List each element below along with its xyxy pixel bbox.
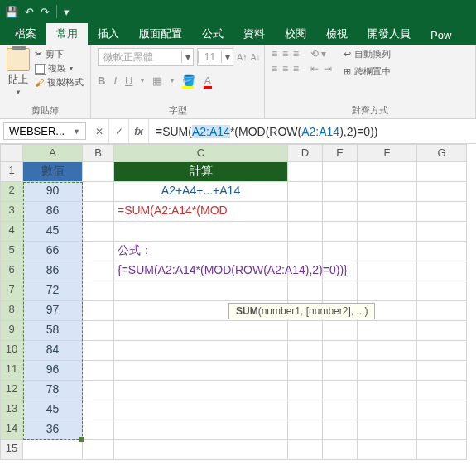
tab-view[interactable]: 檢視 xyxy=(316,23,358,45)
increase-indent-icon[interactable]: ⇥ xyxy=(324,63,332,74)
tab-data[interactable]: 資料 xyxy=(233,23,275,45)
cell[interactable] xyxy=(358,222,417,242)
cell[interactable] xyxy=(288,381,323,400)
cell[interactable]: A2+A4+...+A14 xyxy=(114,182,288,202)
select-all-corner[interactable] xyxy=(0,144,23,162)
formula-input[interactable]: =SUM(A2:A14*(MOD(ROW(A2:A14),2)=0)) xyxy=(149,125,476,138)
cell[interactable] xyxy=(358,162,417,182)
row-header[interactable]: 13 xyxy=(0,400,23,420)
cell[interactable] xyxy=(288,182,323,202)
row-header[interactable]: 15 xyxy=(0,440,23,460)
editing-cell[interactable]: =SUM(A2:A14*(MOD xyxy=(114,202,288,222)
cell[interactable] xyxy=(83,321,114,341)
cell[interactable] xyxy=(83,162,114,182)
row-header[interactable]: 5 xyxy=(0,242,23,261)
cell[interactable] xyxy=(323,420,358,440)
cell[interactable]: 97 xyxy=(23,301,83,321)
cell[interactable] xyxy=(417,341,467,361)
cell[interactable] xyxy=(83,400,114,420)
border-icon[interactable]: ▦ xyxy=(152,74,162,87)
cell[interactable] xyxy=(417,420,467,440)
cell[interactable] xyxy=(358,400,417,420)
cell[interactable] xyxy=(288,202,323,222)
cell[interactable] xyxy=(323,281,358,301)
cell[interactable] xyxy=(83,420,114,440)
column-header-C[interactable]: C xyxy=(114,144,288,162)
tab-layout[interactable]: 版面配置 xyxy=(129,23,192,45)
cell[interactable] xyxy=(114,321,288,341)
copy-button[interactable]: 複製▾ xyxy=(35,62,84,74)
row-header[interactable]: 11 xyxy=(0,361,23,381)
align-center-icon[interactable]: ≡ xyxy=(282,63,288,74)
orientation-icon[interactable]: ⟲ ▾ xyxy=(310,48,332,60)
cell[interactable] xyxy=(114,281,288,301)
cell[interactable] xyxy=(83,182,114,202)
cell[interactable] xyxy=(323,381,358,400)
cell[interactable] xyxy=(358,261,417,281)
italic-button[interactable]: I xyxy=(113,74,117,87)
cell[interactable] xyxy=(114,381,288,400)
cell[interactable] xyxy=(323,162,358,182)
align-right-icon[interactable]: ≡ xyxy=(293,63,299,74)
row-header[interactable]: 8 xyxy=(0,301,23,321)
row-header[interactable]: 2 xyxy=(0,182,23,202)
cell[interactable] xyxy=(83,202,114,222)
cell[interactable] xyxy=(288,420,323,440)
cell[interactable] xyxy=(417,242,467,261)
qat-customize-icon[interactable]: ▾ xyxy=(64,6,70,18)
cell[interactable]: 90 xyxy=(23,182,83,202)
enter-formula-button[interactable]: ✓ xyxy=(109,119,129,143)
cell[interactable]: 66 xyxy=(23,242,83,261)
cell[interactable] xyxy=(417,182,467,202)
cell[interactable]: 84 xyxy=(23,341,83,361)
column-header-G[interactable]: G xyxy=(417,144,467,162)
row-header[interactable]: 12 xyxy=(0,381,23,400)
cell[interactable]: 96 xyxy=(23,361,83,381)
cell[interactable] xyxy=(83,281,114,301)
merge-center-button[interactable]: ⊞跨欄置中 xyxy=(344,65,391,78)
cell[interactable]: 45 xyxy=(23,222,83,242)
cell[interactable] xyxy=(83,440,114,460)
cell[interactable] xyxy=(114,440,288,460)
redo-icon[interactable]: ↷ xyxy=(41,6,50,18)
cell[interactable]: 78 xyxy=(23,381,83,400)
cell[interactable] xyxy=(83,361,114,381)
cell[interactable] xyxy=(114,400,288,420)
row-header[interactable]: 4 xyxy=(0,222,23,242)
font-color-icon[interactable]: A xyxy=(204,74,211,87)
cell[interactable] xyxy=(323,341,358,361)
cell[interactable] xyxy=(83,301,114,321)
fill-color-icon[interactable]: 🪣 xyxy=(182,74,195,87)
cell[interactable] xyxy=(288,281,323,301)
cell[interactable] xyxy=(323,202,358,222)
tab-review[interactable]: 校閱 xyxy=(275,23,316,45)
cell[interactable]: 計算 xyxy=(114,162,288,182)
undo-icon[interactable]: ↶ xyxy=(25,6,34,18)
cell[interactable] xyxy=(288,162,323,182)
cell[interactable] xyxy=(358,341,417,361)
cell[interactable] xyxy=(358,420,417,440)
tab-insert[interactable]: 插入 xyxy=(88,23,129,45)
column-header-E[interactable]: E xyxy=(323,144,358,162)
cell[interactable] xyxy=(417,162,467,182)
cell[interactable] xyxy=(288,242,323,261)
cell[interactable] xyxy=(323,182,358,202)
cell[interactable] xyxy=(417,381,467,400)
align-bottom-icon[interactable]: ≡ xyxy=(293,48,299,60)
cell[interactable] xyxy=(358,440,417,460)
cell[interactable] xyxy=(323,440,358,460)
cell[interactable] xyxy=(114,420,288,440)
cell[interactable] xyxy=(114,361,288,381)
name-box[interactable]: WEBSER... ▼ xyxy=(3,122,86,140)
column-header-A[interactable]: A xyxy=(23,144,83,162)
column-header-B[interactable]: B xyxy=(83,144,114,162)
column-header-D[interactable]: D xyxy=(288,144,323,162)
cell[interactable] xyxy=(323,261,358,281)
row-header[interactable]: 6 xyxy=(0,261,23,281)
save-icon[interactable]: 💾 xyxy=(5,6,18,18)
cell[interactable] xyxy=(358,361,417,381)
cell[interactable] xyxy=(417,440,467,460)
cell[interactable] xyxy=(323,222,358,242)
wrap-text-button[interactable]: ↩自動換列 xyxy=(344,48,391,60)
cell[interactable] xyxy=(358,242,417,261)
